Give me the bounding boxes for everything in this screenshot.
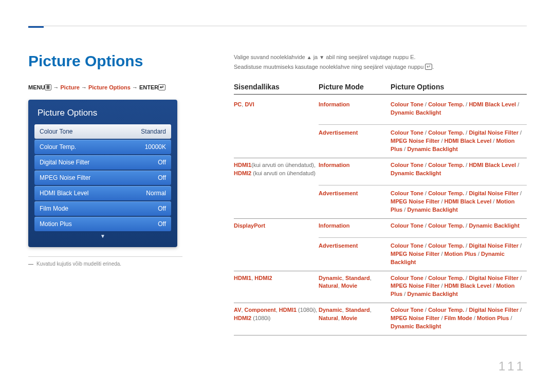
text-part: / — [464, 275, 469, 281]
menu-icon: Ⅲ — [45, 84, 51, 90]
arrow-icon: → — [53, 84, 60, 90]
table-subrow: HDMI1, HDMI2Dynamic, Standard, Natural, … — [234, 271, 527, 303]
text-part: / — [519, 307, 522, 313]
panel-row-value: Standard — [141, 128, 166, 135]
text-part: / — [464, 307, 469, 313]
text-part: HDMI2 — [234, 170, 251, 176]
text-part: , — [370, 307, 372, 313]
panel-row-value: Off — [158, 174, 166, 181]
cell-options: Colour Tone / Colour Temp. / Dynamic Bac… — [391, 222, 527, 230]
text-part: Dynamic Backlight — [391, 170, 441, 176]
text-part: Colour Tone — [391, 275, 423, 281]
text-part: (1080i), — [297, 307, 317, 313]
table-row: DisplayPortInformationColour Tone / Colo… — [234, 219, 527, 271]
divider — [28, 256, 182, 257]
panel-row[interactable]: HDMI Black LevelNormal — [34, 186, 171, 200]
intro-part: ja — [312, 54, 320, 60]
text-part: / — [423, 101, 428, 107]
text-part: / — [423, 307, 428, 313]
text-part: HDMI2 — [254, 275, 272, 281]
panel-row-label: Motion Plus — [40, 220, 72, 228]
panel-row-label: MPEG Noise Filter — [40, 174, 90, 181]
cell-options: Colour Tone / Colour Temp. / Digital Noi… — [391, 185, 527, 214]
cell-mode: Information — [319, 101, 391, 117]
text-part: Dynamic Backlight — [391, 323, 441, 329]
text-part: (kui arvuti on ühendatud) — [251, 170, 316, 176]
footnote: ―Kuvatud kujutis võib mudeliti erineda. — [28, 261, 211, 267]
text-part: / — [439, 315, 444, 321]
text-part: Colour Tone — [391, 222, 423, 229]
text-part: Movie — [341, 315, 357, 321]
arrow-icon: → — [81, 84, 88, 90]
table-row: PC, DVIInformationColour Tone / Colour T… — [234, 98, 527, 158]
down-arrow-icon: ▼ — [319, 54, 324, 60]
panel-row[interactable]: Motion PlusOff — [34, 217, 171, 231]
text-part: Colour Tone — [391, 129, 423, 136]
cell-options: Colour Tone / Colour Temp. / Digital Noi… — [391, 124, 527, 154]
footnote-text: Kuvatud kujutis võib mudeliti erineda. — [36, 261, 121, 267]
cell-options: Colour Tone / Colour Temp. / HDMI Black … — [391, 161, 527, 178]
options-table: Sisendallikas Picture Mode Picture Optio… — [234, 83, 527, 335]
text-part: Colour Tone — [391, 101, 423, 107]
text-part: MPEG Noise Filter — [391, 138, 439, 144]
text-part: Dynamic Backlight — [469, 222, 519, 229]
panel-row-value: 10000K — [145, 143, 166, 151]
text-part: DisplayPort — [234, 222, 265, 229]
arrow-icon: → — [132, 84, 139, 90]
breadcrumb: MENUⅢ → Picture → Picture Options → ENTE… — [28, 84, 211, 90]
cell-options: Colour Tone / Colour Temp. / Digital Noi… — [391, 306, 527, 331]
table-subrow: PC, DVIInformationColour Tone / Colour T… — [234, 98, 527, 121]
text-part: HDMI Black Level — [469, 162, 516, 168]
text-part: / — [439, 283, 444, 289]
cell-source: AV, Component, HDMI1 (1080i), HDMI2 (108… — [234, 306, 319, 331]
cell-mode: Information — [319, 222, 391, 230]
th-mode: Picture Mode — [319, 83, 391, 91]
text-part: / — [516, 162, 519, 168]
panel-row[interactable]: MPEG Noise FilterOff — [34, 171, 171, 185]
cell-mode: Advertisement — [319, 185, 391, 214]
text-part: Dynamic — [319, 307, 342, 313]
text-part: / — [464, 190, 469, 196]
panel-row-label: Colour Tone — [40, 128, 73, 135]
text-part: / — [439, 251, 444, 257]
panel-row[interactable]: Film ModeOff — [34, 201, 171, 216]
text-part: Colour Temp. — [428, 275, 464, 281]
text-part: Film Mode — [445, 315, 472, 321]
cell-source — [234, 185, 319, 214]
panel-row[interactable]: Colour Temp.10000K — [34, 140, 171, 154]
text-part: Information — [319, 222, 350, 229]
intro-text: Valige suvand nooleklahvide ▲ ja ▼ abil … — [234, 52, 527, 71]
breadcrumb-picture-options: Picture Options — [88, 84, 131, 90]
panel-row[interactable]: Digital Noise FilterOff — [34, 155, 171, 170]
text-part: Colour Tone — [391, 242, 423, 249]
text-part: Colour Temp. — [428, 101, 464, 107]
th-options: Picture Options — [391, 83, 527, 91]
table-subrow: AdvertisementColour Tone / Colour Temp. … — [234, 234, 527, 271]
panel-title: Picture Options — [34, 104, 171, 124]
dash-icon: ― — [28, 261, 33, 267]
breadcrumb-enter: ENTER — [139, 84, 158, 90]
th-source: Sisendallikas — [234, 83, 319, 91]
text-part: Colour Tone — [391, 307, 423, 313]
panel-row[interactable]: Colour ToneStandard — [34, 124, 171, 139]
text-part: HDMI Black Level — [469, 101, 516, 107]
enter-icon: ↵ — [158, 84, 165, 90]
text-part: / — [519, 190, 522, 196]
intro-part: abil ning seejärel vajutage nuppu E. — [324, 54, 415, 60]
text-part: Colour Temp. — [428, 307, 464, 313]
left-column: Picture Options MENUⅢ → Picture → Pictur… — [28, 52, 211, 335]
panel-row-label: Digital Noise Filter — [40, 159, 89, 166]
table-subrow: HDMI1(kui arvuti on ühendatud), HDMI2 (k… — [234, 158, 527, 182]
text-part: / — [464, 129, 469, 136]
text-part: Standard — [345, 307, 370, 313]
text-part: Colour Tone — [391, 162, 423, 168]
chevron-down-icon[interactable]: ▼ — [34, 232, 171, 239]
text-part: / — [439, 198, 444, 204]
text-part: Colour Temp. — [428, 162, 464, 168]
text-part: / — [464, 162, 469, 168]
text-part: DVI — [245, 101, 254, 107]
text-part: Dynamic Backlight — [407, 207, 457, 213]
text-part: Colour Temp. — [428, 222, 464, 229]
text-part: HDMI1 — [279, 307, 297, 313]
text-part: / — [423, 190, 428, 196]
